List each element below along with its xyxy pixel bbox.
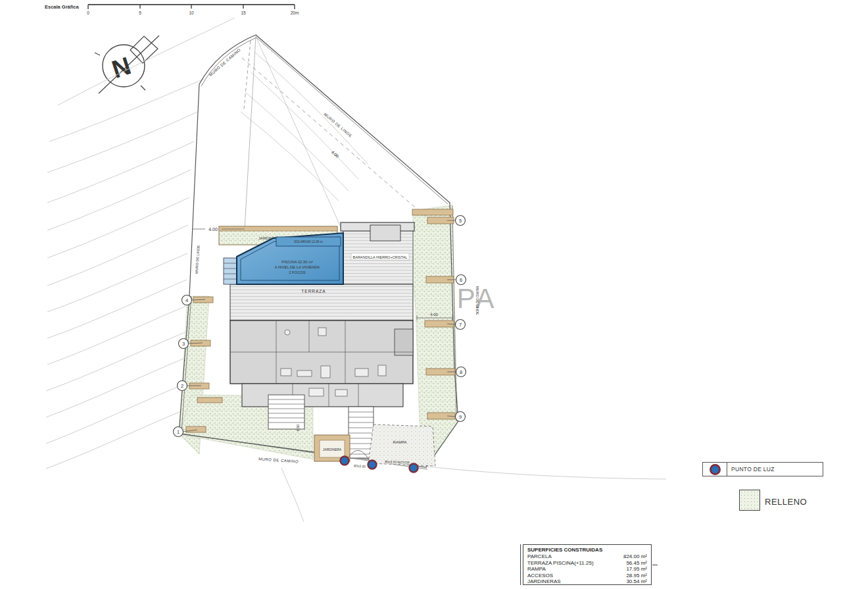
dim-left: 4.00 — [208, 227, 218, 232]
jardinera-bottom-label: JARDINERA — [323, 448, 342, 451]
terraza-label: TERRAZA — [301, 289, 326, 294]
areas-table-outer-line — [520, 544, 521, 585]
areas-table-tick — [652, 565, 658, 565]
stairs-left — [268, 395, 304, 429]
barandilla-label: BARANDILLA HIERRO+CRISTAL — [353, 255, 408, 259]
table-row: ACCESOS 28.95 m² — [527, 573, 647, 579]
areas-table: SUPERFICIES CONSTRUIDAS PARCELA 824.00 m… — [523, 544, 652, 585]
muro-linde-top-label: MURO DE LINDE — [323, 112, 352, 138]
site-plan-svg: Escala Gráfica 0 5 10 15 20m N — [0, 0, 868, 589]
muro-camino-bottom-label: MURO DE CAMINO — [258, 457, 299, 463]
area-label: TERRAZA PISCINA(+11.25) — [527, 560, 594, 567]
area-label: ACCESOS — [527, 573, 553, 579]
area-label: PARCELA — [527, 553, 552, 560]
marker-8: 8 — [460, 369, 462, 375]
table-row: PARCELA 824.00 m² — [527, 553, 647, 560]
scale-bar-label: Escala Gráfica — [45, 4, 80, 10]
scale-tick-15: 15 — [241, 11, 246, 15]
marker-7: 7 — [459, 322, 462, 328]
scale-tick-5: 5 — [139, 11, 141, 15]
marker-9: 9 — [459, 414, 462, 420]
punto-de-luz-label: PUNTO DE LUZ — [727, 463, 823, 476]
pool-label-line1: PISCINA 32.30 m² — [281, 260, 312, 264]
area-value: 17.95 m² — [626, 566, 647, 573]
marker-3: 3 — [182, 341, 185, 347]
dim-right: 4.00 — [430, 313, 438, 317]
marker-5: 5 — [459, 218, 462, 224]
north-compass: N — [95, 36, 159, 93]
scale-tick-0: 0 — [87, 11, 89, 15]
table-row: RAMPA 17.95 m² — [527, 566, 647, 573]
rampa-label: RAMPA — [393, 440, 407, 444]
muro-linde-right-label: MURO DE LINDE — [475, 286, 479, 315]
dim-stair: 8.50 — [296, 424, 300, 432]
north-letter: N — [108, 51, 134, 83]
pool-label-line2: A NIVEL DE LA VIVIENDA — [275, 265, 320, 269]
area-value: 30.54 m² — [626, 578, 647, 585]
marker-2: 2 — [181, 383, 183, 389]
light-point-icon — [410, 464, 418, 473]
legend-icon-cell — [703, 463, 727, 476]
site-plan-page: Escala Gráfica 0 5 10 15 20m N — [0, 0, 868, 589]
muro-linde-left-label: MURO DE LINDE — [195, 245, 201, 274]
scale-bar: Escala Gráfica 0 5 10 15 20m — [45, 4, 299, 15]
solarium-label: SOLARIUM 12.06 m — [294, 240, 323, 243]
dim-gate: 80x2.30 — [354, 463, 366, 468]
relleno-label: RELLENO — [765, 497, 807, 507]
table-row: TERRAZA PISCINA(+11.25) 56.45 m² — [527, 560, 647, 567]
stairs-center — [349, 407, 374, 458]
scale-tick-20: 20m — [291, 11, 299, 15]
marker-6: 6 — [460, 277, 462, 283]
pool-steps — [224, 258, 237, 284]
area-value: 824.00 m² — [623, 553, 647, 560]
marker-1: 1 — [177, 429, 180, 435]
muro-camino-top-label: MURO DE CAMINO — [208, 48, 241, 78]
relleno-legend-swatch — [739, 490, 760, 511]
areas-table-title: SUPERFICIES CONSTRUIDAS — [527, 547, 647, 553]
dim-top: 4.00 — [331, 149, 340, 159]
area-value: 56.45 m² — [626, 560, 647, 567]
area-label: RAMPA — [527, 566, 546, 573]
light-point-icon — [341, 457, 349, 465]
barandilla-callout: BARANDILLA HIERRO+CRISTAL — [351, 253, 409, 260]
area-value: 28.95 m² — [626, 573, 647, 579]
light-point-icon — [368, 461, 377, 469]
area-label: JARDINERAS — [527, 578, 561, 585]
marker-4: 4 — [185, 297, 188, 303]
legend-punto-de-luz: PUNTO DE LUZ — [702, 462, 823, 476]
pool-label-line3: 2 FOCOS — [289, 270, 306, 274]
scale-tick-10: 10 — [189, 11, 194, 15]
light-point-legend-icon — [710, 464, 721, 475]
table-row: JARDINERAS 30.54 m² — [527, 578, 647, 585]
